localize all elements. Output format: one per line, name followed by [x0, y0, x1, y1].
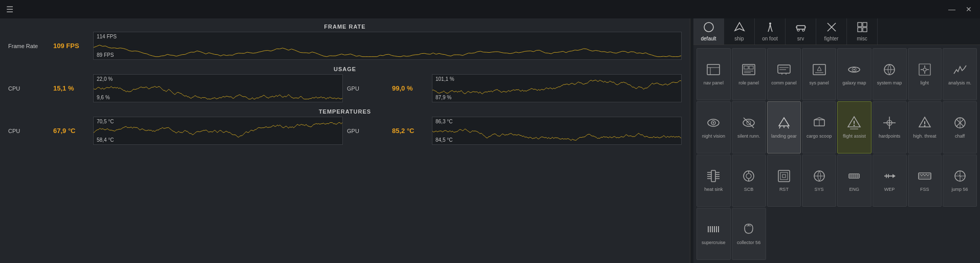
svg-rect-84 — [778, 170, 790, 182]
btn-hardpoints[interactable]: hardpoints — [873, 101, 907, 154]
btn-flight-assist[interactable]: flight assist — [837, 101, 872, 154]
btn-nav-panel[interactable]: nav panel — [696, 48, 731, 100]
cpu-temp-chart: 70,5 °C 58,4 °C — [93, 117, 343, 145]
scb-label: SCB — [744, 187, 754, 192]
collector56-icon — [742, 222, 756, 238]
nav-panel-icon — [706, 62, 721, 78]
btn-chaff[interactable]: chaff — [943, 101, 977, 154]
role-panel-icon — [742, 62, 756, 78]
btn-comm-panel[interactable]: comm panel — [767, 48, 801, 100]
btn-scb[interactable]: SCB — [732, 155, 766, 207]
frame-rate-label: Frame Rate — [8, 43, 49, 49]
svg-point-44 — [923, 68, 926, 71]
btn-jump56[interactable]: jump 56 — [943, 155, 977, 207]
svg-point-9 — [802, 29, 804, 31]
close-button[interactable]: ✕ — [964, 3, 974, 15]
usage-section: USAGE CPU 15,1 % 22,0 % 9,6 % GPU 99,0 %… — [8, 66, 682, 102]
hardpoints-label: hardpoints — [879, 134, 900, 139]
tab-on-foot[interactable]: on foot — [755, 18, 786, 45]
cargo-scoop-icon — [812, 116, 826, 132]
supercruise-icon — [706, 222, 721, 238]
jump56-label: jump 56 — [952, 187, 968, 192]
fps-sparkline — [94, 32, 681, 59]
collector56-label: collector 56 — [737, 240, 760, 246]
sys-icon — [812, 169, 826, 185]
high-threat-icon — [918, 116, 932, 132]
svg-rect-14 — [858, 23, 862, 27]
cpu-temp-min: 58,4 °C — [97, 137, 114, 143]
system-map-icon — [882, 62, 897, 78]
btn-system-map[interactable]: system map — [873, 48, 907, 100]
btn-landing-gear[interactable]: landing gear — [767, 101, 801, 154]
cpu-usage-label: CPU — [8, 85, 49, 92]
btn-galaxy-map[interactable]: galaxy map — [837, 48, 872, 100]
analysis-m-label: analysis m. — [948, 80, 971, 86]
btn-wep[interactable]: WEP — [873, 155, 907, 207]
cpu-usage-min: 9,6 % — [97, 95, 110, 100]
btn-rst[interactable]: RST — [767, 155, 801, 207]
temp-title: TEMPERATURES — [8, 108, 682, 115]
on-foot-icon — [765, 21, 776, 34]
gpu-temp-min: 84,5 °C — [435, 137, 452, 143]
sys-panel-label: sys panel — [810, 80, 829, 86]
wep-label: WEP — [884, 187, 895, 192]
frame-rate-min: 89 FPS — [97, 52, 114, 58]
btn-sys[interactable]: SYS — [802, 155, 836, 207]
chaff-icon — [953, 116, 967, 132]
svg-point-81 — [746, 173, 751, 179]
eng-icon — [847, 169, 861, 185]
ship-icon — [734, 21, 745, 34]
btn-night-vision[interactable]: night vision — [696, 101, 731, 154]
btn-analysis-m[interactable]: analysis m. — [943, 48, 977, 100]
tab-ship-label: ship — [734, 36, 744, 41]
tab-srv[interactable]: srv — [786, 18, 816, 45]
gpu-usage-label: GPU — [347, 85, 388, 92]
default-icon — [703, 21, 714, 34]
tab-fighter[interactable]: fighter — [816, 18, 847, 45]
btn-silent-runn[interactable]: silent runn. — [732, 101, 766, 154]
btn-collector56[interactable]: collector 56 — [732, 208, 766, 260]
silent-runn-icon — [742, 116, 756, 132]
btn-light[interactable]: light — [908, 48, 942, 100]
svg-point-8 — [797, 29, 799, 31]
minimize-button[interactable]: — — [946, 3, 957, 15]
svg-rect-18 — [707, 64, 720, 75]
flight-assist-label: flight assist — [843, 134, 866, 139]
tab-ship[interactable]: ship — [724, 18, 755, 45]
landing-gear-icon — [777, 116, 791, 132]
btn-high-threat[interactable]: high. threat — [908, 101, 942, 154]
btn-heat-sink[interactable]: heat sink — [696, 155, 731, 207]
frame-rate-title: FRAME RATE — [8, 24, 682, 30]
menu-icon[interactable]: ☰ — [6, 5, 13, 14]
nav-panel-label: nav panel — [704, 80, 724, 86]
frame-rate-section: FRAME RATE Frame Rate 109 FPS 114 FPS 89… — [8, 24, 682, 60]
night-vision-icon — [706, 116, 721, 132]
analysis-m-icon — [953, 62, 967, 78]
svg-point-66 — [924, 125, 925, 127]
rst-icon — [777, 169, 791, 185]
profile-tabs: default ship on foot — [693, 18, 980, 45]
svg-line-4 — [770, 25, 771, 29]
jump56-icon — [953, 169, 967, 185]
gpu-usage-value: 99,0 % — [392, 84, 428, 92]
gpu-sparkline — [432, 75, 681, 102]
tab-default[interactable]: default — [693, 18, 724, 45]
btn-eng[interactable]: ENG — [837, 155, 872, 207]
frame-rate-row: Frame Rate 109 FPS 114 FPS 89 FPS — [8, 32, 682, 60]
btn-role-panel[interactable]: role panel — [732, 48, 766, 100]
rst-label: RST — [779, 187, 789, 192]
btn-fss[interactable]: FSS — [908, 155, 942, 207]
svg-point-2 — [769, 23, 771, 25]
btn-sys-panel[interactable]: sys panel — [802, 48, 836, 100]
btn-supercruise[interactable]: supercruise — [696, 208, 731, 260]
misc-icon — [857, 21, 868, 34]
temperature-section: TEMPERATURES CPU 67,9 °C 70,5 °C 58,4 °C… — [8, 108, 682, 145]
svg-rect-16 — [858, 28, 862, 32]
svg-rect-22 — [744, 66, 748, 69]
tab-misc[interactable]: misc — [847, 18, 878, 45]
temp-row: CPU 67,9 °C 70,5 °C 58,4 °C GPU 85,2 °C … — [8, 117, 682, 145]
gpu-temp-value: 85,2 °C — [392, 127, 428, 135]
btn-cargo-scoop[interactable]: cargo scoop — [802, 101, 836, 154]
svg-rect-71 — [711, 170, 715, 182]
cpu-temp-label: CPU — [8, 128, 49, 134]
